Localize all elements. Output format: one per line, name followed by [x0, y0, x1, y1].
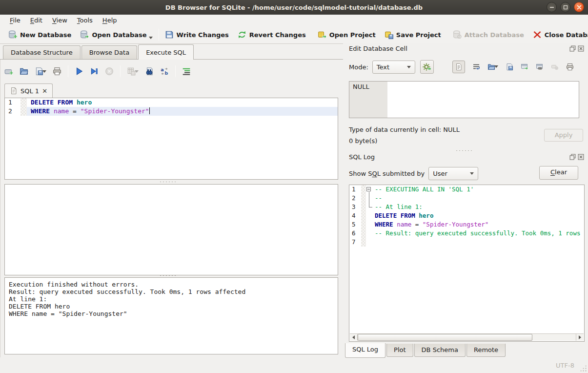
splitter-handle[interactable]: [159, 274, 176, 277]
results-pane: [4, 184, 338, 275]
database-new-icon: [8, 30, 17, 39]
menu-help[interactable]: Help: [98, 16, 122, 25]
mode-label: Mode:: [349, 63, 368, 71]
execute-sql-pane: a b SQL 1 ✕: [0, 60, 343, 357]
tab-execute-sql[interactable]: Execute SQL: [138, 44, 194, 60]
log-line: 4 DELETE FROM hero: [349, 211, 584, 220]
close-sql-tab-icon[interactable]: ✕: [42, 87, 47, 95]
execution-message-pane[interactable]: Execution finished without errors. Resul…: [4, 277, 338, 354]
float-dock-icon[interactable]: [569, 45, 576, 52]
log-line: 3 -- At line 1:: [349, 203, 584, 211]
database-attach-icon: [453, 30, 462, 39]
scrollbar-track[interactable]: [532, 334, 576, 341]
open-project-button[interactable]: Open Project: [313, 27, 380, 42]
splitter-handle[interactable]: [159, 181, 176, 183]
float-dock-icon[interactable]: [569, 154, 576, 160]
printer-icon: [53, 67, 61, 76]
text-mode-toggle[interactable]: [452, 61, 465, 73]
arrow-right-icon: [579, 335, 581, 339]
maximize-button[interactable]: [560, 2, 570, 12]
menu-bar: File Edit View Tools Help: [0, 15, 588, 26]
open-sql-tab-button[interactable]: [4, 67, 13, 76]
execute-current-line-button[interactable]: [90, 67, 99, 76]
close-button[interactable]: [574, 2, 584, 12]
line-number: 2: [5, 107, 20, 116]
find-replace-button[interactable]: a b: [160, 67, 169, 76]
word-wrap-icon: [472, 63, 480, 71]
open-in-external-app-button[interactable]: [521, 63, 528, 71]
dock-tab-bar: SQL Log Plot DB Schema Remote: [345, 344, 507, 358]
stop-icon: [105, 67, 114, 76]
tab-browse-data[interactable]: Browse Data: [81, 45, 138, 59]
write-changes-button[interactable]: Write Changes: [161, 27, 233, 42]
open-sql-file-button[interactable]: [20, 67, 28, 76]
minimize-button[interactable]: [547, 2, 557, 12]
tab-sql-log[interactable]: SQL Log: [345, 343, 385, 358]
print-sql-button[interactable]: [53, 67, 61, 76]
save-sql-dropdown-arrow[interactable]: [42, 70, 46, 73]
clear-log-button[interactable]: Clear: [539, 166, 578, 180]
find-button[interactable]: [145, 67, 154, 76]
minimize-icon: [547, 3, 556, 12]
apply-button: Apply: [544, 129, 583, 142]
close-dock-icon[interactable]: [578, 45, 584, 52]
sql-document-icon: [10, 87, 18, 95]
scroll-left-button[interactable]: [350, 334, 358, 341]
open-database-button[interactable]: Open Database: [76, 27, 157, 42]
fold-margin: [20, 107, 27, 116]
auto-switch-mode-button[interactable]: [420, 60, 434, 74]
tab-remote[interactable]: Remote: [466, 344, 506, 357]
encoding-indicator[interactable]: UTF-8: [556, 362, 574, 369]
sql-editor[interactable]: 1 DELETE FROM hero 2 WHERE name = "Spide…: [4, 98, 338, 180]
save-icon: [165, 30, 174, 39]
cell-null-indicator: NULL: [349, 82, 387, 118]
project-open-icon: [318, 30, 326, 39]
execute-line-icon: [90, 67, 99, 76]
cell-type-text: Type of data currently in cell: NULL: [349, 126, 460, 133]
export-cell-data-button[interactable]: [506, 63, 513, 71]
splitter-handle[interactable]: [455, 149, 472, 152]
cell-mode-combobox[interactable]: Text: [372, 61, 415, 74]
log-filter-combobox[interactable]: User: [428, 167, 478, 180]
new-database-button[interactable]: New Database: [4, 27, 76, 42]
svg-text:b: b: [165, 70, 168, 76]
sql-file-tab[interactable]: SQL 1 ✕: [4, 83, 53, 98]
text-document-icon: [455, 63, 463, 71]
horizontal-scrollbar[interactable]: [350, 333, 584, 341]
scroll-right-button[interactable]: [576, 334, 584, 341]
new-tab-icon: [4, 67, 13, 76]
menu-edit[interactable]: Edit: [25, 16, 47, 25]
code-line: 1 DELETE FROM hero: [5, 98, 338, 107]
revert-icon: [238, 30, 246, 39]
copy-link-button[interactable]: [536, 63, 544, 71]
find-icon: [145, 67, 154, 76]
format-sql-button[interactable]: [182, 67, 191, 76]
resize-grip[interactable]: [580, 365, 587, 372]
cell-value-editor[interactable]: NULL: [349, 81, 579, 118]
revert-changes-button[interactable]: Revert Changes: [233, 27, 310, 42]
menu-view[interactable]: View: [47, 16, 72, 25]
import-cell-data-button[interactable]: [487, 63, 498, 71]
close-icon: [575, 3, 584, 12]
right-dock-area: Edit Database Cell Mode: Text: [343, 43, 588, 357]
import-dropdown-arrow[interactable]: [494, 65, 498, 68]
execute-all-button[interactable]: [75, 67, 83, 76]
save-sql-file-button[interactable]: [35, 67, 46, 76]
tab-db-schema[interactable]: DB Schema: [414, 344, 466, 357]
fold-collapse-icon[interactable]: [366, 187, 371, 191]
tab-plot[interactable]: Plot: [386, 344, 413, 357]
scrollbar-thumb[interactable]: [358, 334, 532, 341]
close-dock-icon[interactable]: [578, 154, 584, 160]
word-wrap-toggle[interactable]: [472, 63, 480, 71]
menu-file[interactable]: File: [5, 16, 25, 25]
format-icon: [182, 67, 191, 76]
log-filter-value: User: [433, 170, 447, 177]
save-project-button[interactable]: Save Project: [380, 27, 446, 42]
sql-log-view[interactable]: 1 -- EXECUTING ALL IN 'SQL 1' 2 -- 3 -- …: [349, 185, 585, 342]
print-cell-button[interactable]: [566, 63, 574, 71]
close-database-button[interactable]: Close Database: [528, 27, 588, 42]
status-bar: UTF-8: [0, 357, 588, 373]
open-database-dropdown-arrow[interactable]: [149, 37, 153, 39]
menu-tools[interactable]: Tools: [72, 16, 98, 25]
tab-database-structure[interactable]: Database Structure: [3, 45, 81, 59]
